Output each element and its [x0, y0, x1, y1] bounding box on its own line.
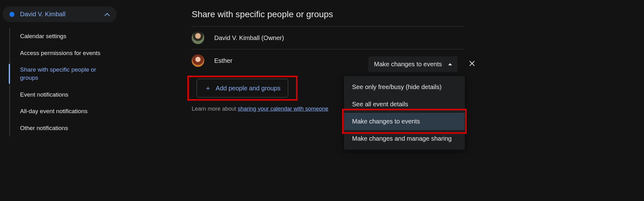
permission-selected-label: Make changes to events — [374, 61, 442, 68]
calendar-color-dot — [9, 12, 14, 17]
permission-dropdown[interactable]: Make changes to events — [368, 56, 458, 72]
learn-more-link[interactable]: sharing your calendar with someone — [238, 106, 328, 112]
remove-person-button[interactable] — [466, 58, 478, 71]
add-people-button[interactable]: ＋ Add people and groups — [197, 79, 288, 98]
share-person-name: David V. Kimball (Owner) — [214, 34, 464, 42]
highlight-add-people: ＋ Add people and groups — [187, 76, 298, 101]
share-row-owner: David V. Kimball (Owner) — [192, 27, 464, 49]
nav-access-permissions[interactable]: Access permissions for events — [9, 45, 119, 62]
nav-event-notifications[interactable]: Event notifications — [9, 86, 119, 103]
highlight-make-changes — [342, 109, 467, 134]
triangle-up-icon — [448, 63, 452, 65]
add-people-label: Add people and groups — [216, 85, 281, 92]
learn-more-text: Learn more about sharing your calendar w… — [192, 106, 328, 112]
nav-share-specific[interactable]: Share with specific people or groups — [9, 61, 119, 86]
calendar-name: David V. Kimball — [20, 11, 105, 18]
plus-icon: ＋ — [205, 83, 211, 93]
avatar — [192, 54, 204, 67]
calendar-header[interactable]: David V. Kimball — [3, 6, 117, 22]
nav-other-notifications[interactable]: Other notifications — [9, 120, 119, 137]
chevron-up-icon — [105, 12, 110, 17]
learn-more-prefix: Learn more about — [192, 106, 238, 112]
settings-sidebar: David V. Kimball Calendar settings Acces… — [0, 0, 119, 143]
section-title: Share with specific people or groups — [192, 9, 464, 27]
nav-calendar-settings[interactable]: Calendar settings — [9, 28, 119, 45]
permission-option-freebusy[interactable]: See only free/busy (hide details) — [344, 78, 465, 96]
avatar — [192, 32, 204, 44]
nav-allday-notifications[interactable]: All-day event notifications — [9, 103, 119, 120]
settings-nav: Calendar settings Access permissions for… — [0, 28, 119, 136]
permission-controls: Make changes to events — [368, 56, 478, 72]
